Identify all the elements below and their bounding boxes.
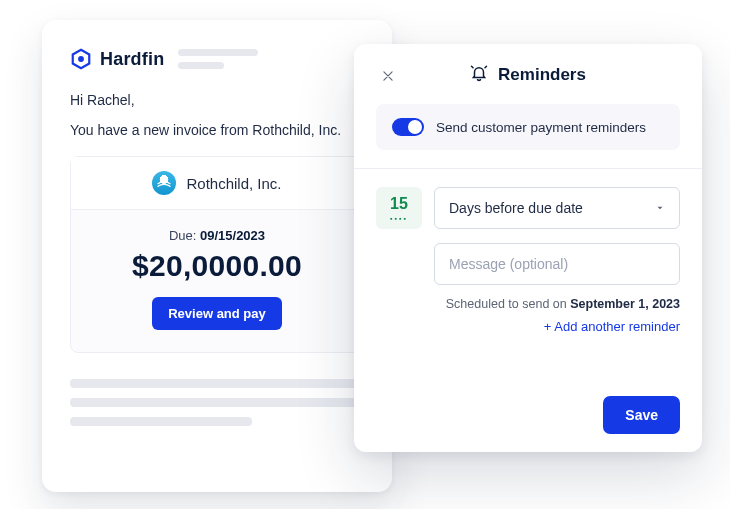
toggle-label: Send customer payment reminders xyxy=(436,120,646,135)
brand-row: Hardfin xyxy=(70,48,364,70)
days-row: 15 ▪▪▪▪ Days before due date xyxy=(376,187,680,229)
reminders-toggle[interactable] xyxy=(392,118,424,136)
bell-icon xyxy=(470,64,488,86)
timing-select-label: Days before due date xyxy=(449,200,583,216)
chevron-down-icon xyxy=(655,200,665,216)
add-reminder-link[interactable]: + Add another reminder xyxy=(376,319,680,334)
email-greeting: Hi Rachel, xyxy=(70,92,364,108)
brand-name: Hardfin xyxy=(100,49,164,70)
invoice-header: Rothchild, Inc. xyxy=(71,157,363,210)
save-button[interactable]: Save xyxy=(603,396,680,434)
days-underline: ▪▪▪▪ xyxy=(390,215,408,222)
due-label: Due: xyxy=(169,228,196,243)
close-icon[interactable] xyxy=(376,64,400,88)
invoice-body: Due: 09/15/2023 $20,0000.00 Review and p… xyxy=(71,210,363,352)
modal-header: Reminders xyxy=(376,64,680,104)
timing-select[interactable]: Days before due date xyxy=(434,187,680,229)
brand-placeholder xyxy=(178,49,258,69)
company-name: Rothchild, Inc. xyxy=(186,175,281,192)
toggle-row: Send customer payment reminders xyxy=(376,104,680,150)
brand-logo-icon xyxy=(70,48,92,70)
email-body-placeholder xyxy=(70,379,364,426)
due-line: Due: 09/15/2023 xyxy=(87,228,347,243)
days-value: 15 xyxy=(390,195,408,213)
scheduled-text: Scheduled to send on September 1, 2023 xyxy=(376,297,680,311)
svg-point-1 xyxy=(78,56,84,62)
scheduled-prefix: Scheduled to send on xyxy=(446,297,567,311)
review-pay-button[interactable]: Review and pay xyxy=(152,297,282,330)
invoice-email-card: Hardfin Hi Rachel, You have a new invoic… xyxy=(42,20,392,492)
company-logo-icon xyxy=(152,171,176,195)
divider xyxy=(354,168,702,169)
modal-footer: Save xyxy=(376,396,680,434)
reminders-modal: Reminders Send customer payment reminder… xyxy=(354,44,702,452)
email-lead: You have a new invoice from Rothchild, I… xyxy=(70,122,364,138)
due-date: 09/15/2023 xyxy=(200,228,265,243)
scheduled-date: September 1, 2023 xyxy=(570,297,680,311)
invoice-amount: $20,0000.00 xyxy=(87,249,347,283)
message-placeholder: Message (optional) xyxy=(449,256,568,272)
message-input[interactable]: Message (optional) xyxy=(434,243,680,285)
days-input[interactable]: 15 ▪▪▪▪ xyxy=(376,187,422,229)
modal-title: Reminders xyxy=(498,65,586,85)
invoice-summary: Rothchild, Inc. Due: 09/15/2023 $20,0000… xyxy=(70,156,364,353)
